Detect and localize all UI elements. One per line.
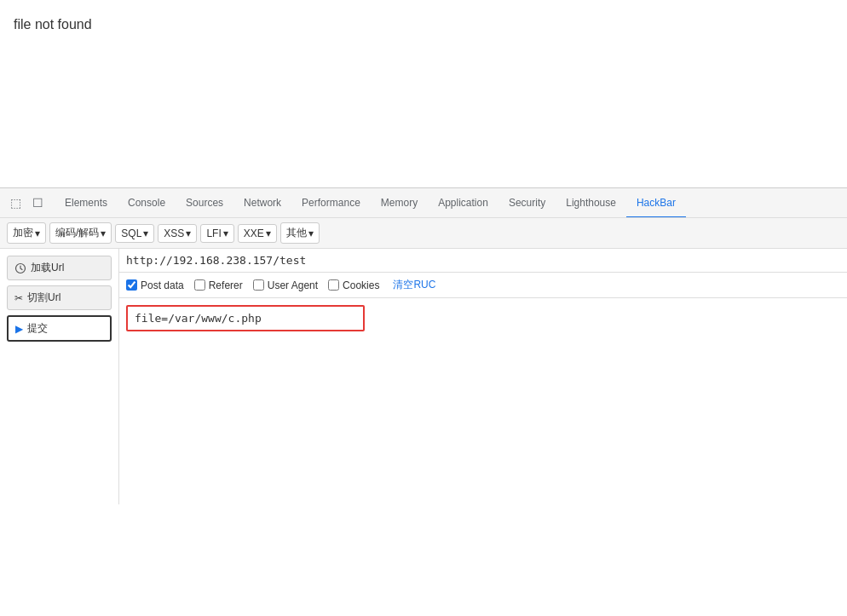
encrypt-dropdown[interactable]: 加密 ▾ <box>7 222 46 244</box>
tab-elements[interactable]: Elements <box>55 188 118 218</box>
postdata-input[interactable] <box>126 305 365 331</box>
xxe-dropdown[interactable]: XXE ▾ <box>238 224 277 243</box>
url-input[interactable] <box>126 254 840 267</box>
tab-memory[interactable]: Memory <box>371 188 428 218</box>
referer-label: Referer <box>209 279 243 291</box>
hackbar-sidebar: 加载Url ✂ 切割Url ▶ 提交 <box>0 249 119 504</box>
cursor-icon[interactable]: ⬚ <box>7 194 24 211</box>
hackbar-toolbar: 加密 ▾ 编码/解码 ▾ SQL ▾ XSS ▾ LFI ▾ XXE ▾ 其他 … <box>0 218 847 249</box>
load-url-label: 加载Url <box>31 261 64 275</box>
post-data-option[interactable]: Post data <box>126 279 184 291</box>
referer-checkbox[interactable] <box>194 279 205 291</box>
tab-sources[interactable]: Sources <box>176 188 233 218</box>
user-agent-checkbox[interactable] <box>253 279 264 291</box>
cookies-option[interactable]: Cookies <box>328 279 379 291</box>
cookies-checkbox[interactable] <box>328 279 339 291</box>
xss-label: XSS <box>164 227 184 239</box>
xss-dropdown[interactable]: XSS ▾ <box>158 224 197 243</box>
split-url-label: 切割Url <box>27 291 60 305</box>
xxe-arrow-icon: ▾ <box>266 227 271 239</box>
url-input-area <box>119 249 847 273</box>
devtools-icon-group: ⬚ ☐ <box>7 194 46 211</box>
cookies-label: Cookies <box>343 279 379 291</box>
split-url-button[interactable]: ✂ 切割Url <box>7 285 112 310</box>
encode-dropdown[interactable]: 编码/解码 ▾ <box>49 222 112 244</box>
tab-application[interactable]: Application <box>428 188 498 218</box>
tab-network[interactable]: Network <box>233 188 291 218</box>
lfi-dropdown[interactable]: LFI ▾ <box>200 224 233 243</box>
tab-lighthouse[interactable]: Lighthouse <box>556 188 626 218</box>
tab-console[interactable]: Console <box>118 188 176 218</box>
post-data-label: Post data <box>141 279 184 291</box>
user-agent-option[interactable]: User Agent <box>253 279 318 291</box>
sql-dropdown[interactable]: SQL ▾ <box>115 224 154 243</box>
sql-arrow-icon: ▾ <box>143 227 148 239</box>
load-url-button[interactable]: 加载Url <box>7 256 112 280</box>
tab-hackbar[interactable]: HackBar <box>626 188 686 218</box>
page-content-area: file not found <box>0 0 847 187</box>
load-url-icon <box>14 262 26 274</box>
clear-ruc-label: 清空RUC <box>393 279 435 291</box>
page-not-found-title: file not found <box>14 17 92 32</box>
tab-security[interactable]: Security <box>498 188 556 218</box>
encrypt-arrow-icon: ▾ <box>35 227 40 239</box>
sql-label: SQL <box>121 227 141 239</box>
lfi-label: LFI <box>206 227 221 239</box>
encode-arrow-icon: ▾ <box>101 227 106 239</box>
clear-ruc-button[interactable]: 清空RUC <box>393 278 435 292</box>
play-icon: ▶ <box>15 323 23 335</box>
hackbar-main: 加载Url ✂ 切割Url ▶ 提交 Post data <box>0 249 847 504</box>
postdata-area <box>119 298 847 504</box>
other-label: 其他 <box>286 226 307 240</box>
devtools-panel: ⬚ ☐ Elements Console Sources Network Per… <box>0 187 847 504</box>
user-agent-label: User Agent <box>268 279 318 291</box>
lfi-arrow-icon: ▾ <box>223 227 228 239</box>
xxe-label: XXE <box>244 227 264 239</box>
other-dropdown[interactable]: 其他 ▾ <box>280 222 320 244</box>
scissors-icon: ✂ <box>14 292 23 304</box>
xss-arrow-icon: ▾ <box>186 227 191 239</box>
hackbar-content: Post data Referer User Agent Cookies 清空R… <box>119 249 847 504</box>
tab-performance[interactable]: Performance <box>291 188 371 218</box>
submit-label: 提交 <box>27 321 48 336</box>
encrypt-label: 加密 <box>13 226 33 240</box>
submit-button[interactable]: ▶ 提交 <box>7 315 112 342</box>
options-row: Post data Referer User Agent Cookies 清空R… <box>119 273 847 298</box>
post-data-checkbox[interactable] <box>126 279 137 291</box>
referer-option[interactable]: Referer <box>194 279 243 291</box>
other-arrow-icon: ▾ <box>308 227 314 239</box>
devtools-tab-bar: ⬚ ☐ Elements Console Sources Network Per… <box>0 188 847 218</box>
encode-label: 编码/解码 <box>55 226 99 240</box>
device-icon[interactable]: ☐ <box>29 194 46 211</box>
